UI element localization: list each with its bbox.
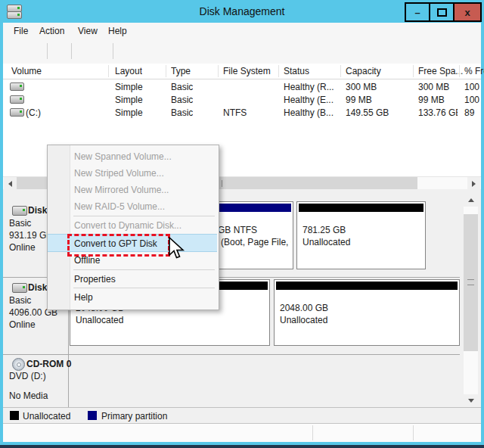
- cell-status: Healthy (B...: [284, 107, 338, 118]
- status-bar-separator: [413, 425, 414, 440]
- partition-status: Unallocated: [302, 236, 424, 248]
- toolbar: ? ↻ ⚙: [3, 39, 481, 64]
- disk-icon: [12, 206, 27, 216]
- legend-bar: Unallocated Primary partition: [3, 407, 481, 424]
- menu-item-new-mirrored-volume: New Mirrored Volume...: [48, 182, 217, 198]
- cell-layout: Simple: [115, 82, 143, 92]
- col-capacity[interactable]: Capacity: [346, 66, 381, 76]
- volume-row-efi[interactable]: Simple Basic Healthy (E... 99 MB 99 MB 1…: [3, 93, 481, 106]
- disk-status: No Media: [9, 390, 48, 401]
- scroll-right-button[interactable]: [467, 177, 480, 190]
- disk-name: CD-ROM 0: [26, 359, 71, 369]
- maximize-button[interactable]: [430, 4, 453, 20]
- cell-capacity: 300 MB: [346, 82, 377, 92]
- context-menu: New Spanned Volume... New Striped Volume…: [47, 145, 219, 310]
- volume-icon: [10, 82, 24, 91]
- partition-unallocated-disk1-b[interactable]: 2048.00 GB Unallocated: [274, 279, 460, 346]
- close-button[interactable]: x: [455, 4, 480, 20]
- partition-size: 2048.00 GB: [280, 302, 458, 314]
- cell-freespace: 99 MB: [418, 95, 458, 105]
- toolbar-separator: [113, 43, 113, 59]
- title-bar: Disk Management – x: [0, 0, 484, 23]
- disk-status: Online: [9, 242, 36, 253]
- cell-percent-free: 89: [464, 107, 484, 118]
- cell-type: Basic: [171, 95, 193, 105]
- partition-header-unallocated: [299, 204, 424, 212]
- volume-row-recovery[interactable]: Simple Basic Healthy (R... 300 MB 300 MB…: [3, 80, 481, 93]
- menu-separator: [73, 269, 215, 270]
- disk-row-separator: [3, 354, 460, 355]
- disk-management-window: Disk Management – x File Action View Hel…: [0, 0, 484, 448]
- menu-item-new-striped-volume: New Striped Volume...: [48, 165, 217, 182]
- menu-help[interactable]: Help: [108, 26, 127, 36]
- volume-list-header: Volume Layout Type File System Status Ca…: [3, 64, 481, 79]
- partition-size: 781.25 GB: [302, 224, 424, 236]
- cell-freespace: 300 MB: [418, 82, 458, 92]
- legend-swatch-primary-partition: [88, 411, 97, 420]
- cell-percent-free: 100: [464, 82, 484, 92]
- cell-status: Healthy (R...: [284, 82, 338, 92]
- cell-layout: Simple: [115, 95, 143, 105]
- disk-type: DVD (D:): [9, 371, 46, 381]
- volume-row-c[interactable]: (C:) Simple Basic NTFS Healthy (B... 149…: [3, 106, 481, 119]
- cell-type: Basic: [171, 82, 193, 92]
- cell-percent-free: 100: [464, 95, 484, 105]
- status-bar: [3, 423, 481, 442]
- menu-item-properties[interactable]: Properties: [48, 271, 217, 288]
- disk-icon: [12, 283, 27, 293]
- menu-action[interactable]: Action: [39, 26, 64, 36]
- volume-icon: [10, 108, 24, 117]
- cell-status: Healthy (E...: [284, 95, 338, 105]
- col-layout[interactable]: Layout: [115, 66, 142, 76]
- cell-capacity: 149.55 GB: [346, 107, 389, 118]
- annotation-highlight-box: [67, 234, 170, 257]
- legend-label-unallocated: Unallocated: [23, 411, 70, 422]
- cell-freespace: 133.76 GB: [418, 107, 458, 118]
- mouse-cursor: [167, 237, 185, 264]
- menu-item-new-spanned-volume: New Spanned Volume...: [48, 148, 217, 165]
- scroll-left-button[interactable]: [4, 177, 17, 190]
- vertical-scrollbar: [464, 194, 478, 407]
- minimize-button[interactable]: –: [406, 4, 429, 20]
- partition-header-unallocated: [276, 282, 458, 290]
- menu-file[interactable]: File: [14, 26, 28, 36]
- toolbar-separator: [47, 43, 48, 59]
- disk-type: Basic: [9, 295, 31, 306]
- window-controls: – x: [405, 2, 482, 22]
- partition-status: Unallocated: [76, 314, 268, 326]
- minimize-icon: –: [414, 8, 420, 17]
- disk-status: Online: [9, 319, 36, 330]
- menu-separator: [73, 288, 215, 288]
- maximize-icon: [437, 8, 447, 17]
- cell-volume: (C:): [26, 107, 41, 118]
- window-bottom-edge: [0, 445, 484, 448]
- col-filesystem[interactable]: File System: [223, 66, 271, 76]
- col-volume[interactable]: Volume: [11, 66, 42, 76]
- disk-size: 931.19 GB: [9, 230, 52, 241]
- cell-type: Basic: [171, 107, 193, 118]
- toolbar-separator: [71, 43, 72, 59]
- volume-icon: [10, 95, 24, 104]
- close-icon: x: [464, 8, 470, 17]
- scroll-down-button[interactable]: [464, 394, 478, 407]
- legend-label-primary-partition: Primary partition: [101, 411, 167, 422]
- partition-unallocated-disk0[interactable]: 781.25 GB Unallocated: [296, 201, 426, 269]
- scroll-up-button[interactable]: [464, 194, 478, 207]
- vertical-scrollbar-thumb[interactable]: [464, 214, 478, 351]
- scroll-left-icon: [8, 181, 12, 187]
- col-status[interactable]: Status: [284, 66, 309, 76]
- menu-item-help[interactable]: Help: [48, 289, 217, 306]
- menu-separator: [73, 216, 215, 216]
- menu-item-new-raid5-volume: New RAID-5 Volume...: [48, 198, 217, 215]
- disk-type: Basic: [9, 218, 31, 229]
- scrollbar-grip: [467, 279, 474, 285]
- cell-filesystem: NTFS: [223, 107, 247, 118]
- scroll-right-icon: [472, 181, 476, 187]
- col-percent-free[interactable]: % Free: [464, 66, 484, 76]
- scroll-down-icon: [468, 399, 474, 403]
- col-type[interactable]: Type: [171, 66, 191, 76]
- menu-bar: File Action View Help: [3, 23, 481, 39]
- menu-view[interactable]: View: [78, 26, 98, 36]
- col-freespace[interactable]: Free Spa...: [418, 66, 463, 76]
- legend-swatch-unallocated: [10, 411, 19, 420]
